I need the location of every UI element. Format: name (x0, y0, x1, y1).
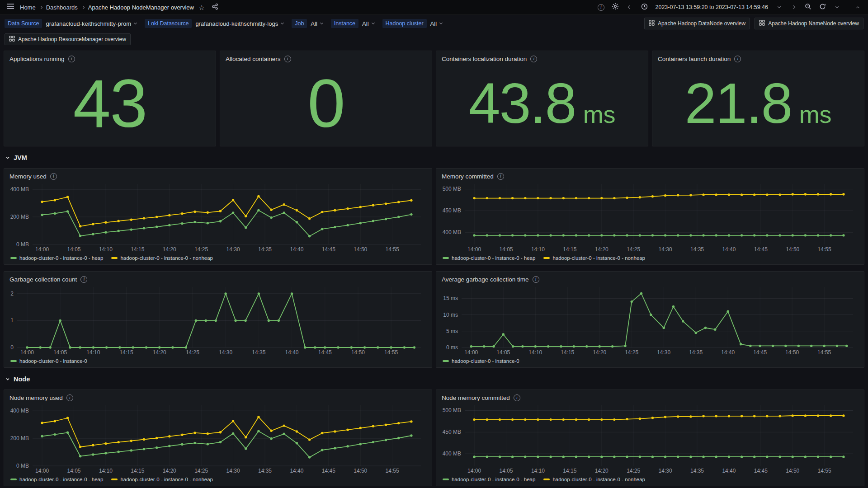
clock-icon (641, 3, 648, 12)
svg-text:14:45: 14:45 (318, 349, 332, 356)
legend-item[interactable]: hadoop-cluster-0 - instance-0 - heap (443, 255, 535, 261)
info-icon[interactable]: i (530, 56, 537, 62)
legend-item[interactable]: hadoop-cluster-0 - instance-0 - nonheap (543, 255, 645, 261)
variable-value-dropdown[interactable]: All (362, 20, 374, 27)
variable-value: All (362, 20, 368, 27)
panel-title[interactable]: Node memory used (9, 394, 63, 401)
menu-button[interactable] (5, 1, 16, 13)
svg-text:15 ms: 15 ms (443, 295, 458, 301)
gc-time-chart[interactable]: 0 ms5 ms10 ms15 ms14:0014:0514:1014:1514… (441, 284, 859, 357)
refresh-button[interactable] (816, 1, 828, 13)
dashboard-settings-button[interactable] (609, 1, 621, 13)
series-color-swatch (111, 257, 118, 259)
node-memory-used-chart[interactable]: 0 MB200 MB400 MB14:0014:0514:1014:1514:2… (9, 403, 427, 475)
stat-panels-row: Applications running i 43 Allocated cont… (4, 51, 864, 146)
svg-text:14:35: 14:35 (690, 246, 704, 253)
svg-text:14:30: 14:30 (226, 246, 240, 253)
series-name: hadoop-cluster-0 - instance-0 (452, 358, 519, 364)
legend-item[interactable]: hadoop-cluster-0 - instance-0 - nonheap (111, 255, 213, 261)
info-icon[interactable]: i (68, 56, 75, 62)
svg-text:14:20: 14:20 (153, 349, 166, 356)
svg-text:14:10: 14:10 (528, 349, 542, 356)
panel-title[interactable]: Memory used (9, 173, 47, 180)
time-shift-back-button[interactable] (624, 1, 636, 13)
legend-item[interactable]: hadoop-cluster-0 - instance-0 - nonheap (111, 477, 213, 482)
info-icon[interactable]: i (66, 394, 73, 401)
section-jvm[interactable]: JVM (5, 151, 863, 164)
time-range-text[interactable]: 2023-07-13 13:59:20 to 2023-07-13 14:59:… (655, 4, 768, 10)
section-node[interactable]: Node (5, 372, 863, 386)
svg-text:14:25: 14:25 (627, 468, 640, 474)
svg-text:14:55: 14:55 (818, 468, 831, 474)
memory-committed-chart[interactable]: 400 MB450 MB500 MB14:0014:0514:1014:1514… (441, 181, 859, 253)
panel-title[interactable]: Node memory committed (442, 394, 510, 401)
svg-text:14:50: 14:50 (785, 349, 799, 356)
info-icon[interactable]: i (497, 173, 504, 180)
dashboard-canvas: Applications running i 43 Allocated cont… (0, 51, 868, 486)
panel-containers-localization-duration: Containers localization duration i 43.8m… (436, 51, 648, 146)
legend-item[interactable]: hadoop-cluster-0 - instance-0 (443, 358, 519, 364)
svg-text:14:35: 14:35 (690, 468, 704, 474)
legend-item[interactable]: hadoop-cluster-0 - instance-0 - heap (443, 477, 535, 482)
dashboard-insights-button[interactable]: i (595, 1, 607, 13)
refresh-interval-caret[interactable] (831, 1, 843, 13)
gc-count-chart[interactable]: 01214:0014:0514:1014:1514:2014:2514:3014… (9, 284, 427, 357)
svg-text:14:05: 14:05 (500, 468, 513, 474)
collapse-nav-button[interactable] (852, 1, 863, 13)
series-color-swatch (443, 479, 449, 480)
variable-value-dropdown[interactable]: grafanacloud-keithschmitty-prom (46, 20, 137, 27)
series-color-swatch (10, 479, 17, 480)
svg-text:14:05: 14:05 (67, 246, 81, 253)
variable-value-dropdown[interactable]: grafanacloud-keithschmitty-logs (195, 20, 283, 27)
panel-title[interactable]: Allocated containers (226, 56, 281, 62)
panel-title[interactable]: Average garbage collection time (442, 276, 529, 283)
series-color-swatch (443, 257, 449, 259)
dashboard-controls: Data Source grafanacloud-keithschmitty-p… (0, 15, 868, 45)
svg-text:0 ms: 0 ms (446, 344, 458, 351)
breadcrumb-home[interactable]: Home (20, 4, 36, 11)
panel-title[interactable]: Containers launch duration (658, 56, 731, 62)
svg-text:0: 0 (10, 344, 14, 351)
link-namenode-overview[interactable]: Apache Hadoop NameNode overview (755, 18, 863, 29)
info-icon[interactable]: i (80, 276, 87, 283)
apps-grid-icon (759, 20, 765, 27)
share-button[interactable] (209, 1, 221, 13)
panel-title[interactable]: Containers localization duration (442, 56, 527, 62)
variable-value-dropdown[interactable]: All (430, 20, 442, 27)
panel-header: Node memory committed i (441, 393, 859, 403)
svg-text:500 MB: 500 MB (443, 407, 461, 413)
link-datanode-overview[interactable]: Apache Hadoop DataNode overview (644, 18, 750, 29)
svg-text:14:40: 14:40 (290, 246, 303, 253)
info-icon[interactable]: i (514, 394, 520, 401)
panel-memory-used: Memory used i 0 MB200 MB400 MB14:0014:05… (4, 168, 432, 265)
breadcrumb-dashboards[interactable]: Dashboards (46, 4, 78, 11)
info-icon[interactable]: i (533, 276, 539, 283)
zoom-out-button[interactable] (802, 1, 814, 13)
panel-node-memory-committed: Node memory committed i 400 MB450 MB500 … (436, 389, 864, 486)
variable-value-dropdown[interactable]: All (311, 20, 322, 27)
svg-text:14:20: 14:20 (595, 246, 609, 253)
svg-text:14:45: 14:45 (754, 468, 768, 474)
legend-item[interactable]: hadoop-cluster-0 - instance-0 - heap (10, 477, 103, 482)
svg-text:450 MB: 450 MB (443, 207, 461, 214)
info-icon[interactable]: i (284, 56, 291, 62)
memory-used-chart[interactable]: 0 MB200 MB400 MB14:0014:0514:1014:1514:2… (9, 181, 427, 253)
legend-item[interactable]: hadoop-cluster-0 - instance-0 - heap (10, 255, 103, 261)
panel-title[interactable]: Garbage collection count (9, 276, 77, 283)
favorite-button[interactable]: ☆ (196, 1, 208, 13)
legend-item[interactable]: hadoop-cluster-0 - instance-0 - nonheap (543, 477, 645, 482)
time-shift-forward-button[interactable] (788, 1, 799, 13)
time-picker-button[interactable] (638, 1, 650, 13)
panel-title[interactable]: Applications running (9, 56, 65, 62)
legend-item[interactable]: hadoop-cluster-0 - instance-0 (10, 358, 87, 364)
time-picker-caret[interactable] (773, 1, 785, 13)
svg-text:14:20: 14:20 (163, 468, 176, 474)
info-icon[interactable]: i (734, 56, 741, 62)
link-resourcemanager-overview[interactable]: Apache Hadoop ResourceManager overview (5, 33, 131, 45)
share-icon (212, 3, 218, 12)
svg-text:14:40: 14:40 (722, 246, 736, 253)
node-memory-committed-chart[interactable]: 400 MB450 MB500 MB14:0014:0514:1014:1514… (441, 403, 859, 475)
panel-title[interactable]: Memory committed (442, 173, 494, 180)
svg-text:14:00: 14:00 (35, 246, 49, 253)
info-icon[interactable]: i (50, 173, 57, 180)
